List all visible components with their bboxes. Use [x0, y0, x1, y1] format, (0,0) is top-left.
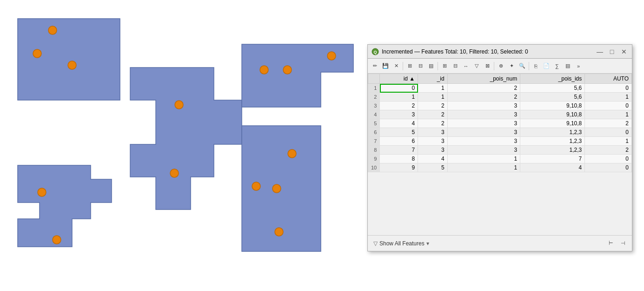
table-row[interactable]: 32239,10,80 [368, 102, 632, 110]
select-all-button[interactable]: ⊞ [439, 61, 450, 71]
cell-pois-num[interactable]: 3 [447, 146, 520, 155]
filter2-button[interactable]: ⊠ [482, 61, 492, 71]
last-page-button[interactable]: ⊣ [618, 238, 628, 249]
cell-id[interactable]: 9 [380, 163, 418, 172]
cell-pois-ids[interactable]: 9,10,8 [520, 110, 585, 119]
table-row[interactable]: 10125,60 [368, 84, 632, 93]
cell-_id[interactable]: 3 [418, 137, 447, 146]
cell-_id[interactable]: 2 [418, 110, 447, 119]
table-row[interactable]: 65331,2,30 [368, 128, 632, 137]
deselect-button[interactable]: ⊟ [450, 61, 460, 71]
organize-button[interactable]: ▤ [426, 61, 436, 71]
cell-id[interactable]: 8 [380, 155, 418, 163]
new-field-button[interactable]: ⊞ [405, 61, 415, 71]
cell-pois-num[interactable]: 1 [447, 163, 520, 172]
col-header-auto[interactable]: AUTO [585, 74, 632, 84]
close-button[interactable]: ✕ [620, 47, 628, 56]
cell-_id[interactable]: 5 [418, 163, 447, 172]
polygon-2[interactable] [130, 68, 242, 210]
cell-_id[interactable]: 3 [418, 128, 447, 137]
cell-pois-num[interactable]: 3 [447, 128, 520, 137]
poi-2b[interactable] [170, 169, 179, 177]
cell-_id[interactable]: 2 [418, 119, 447, 128]
cell-id[interactable]: 7 [380, 146, 418, 155]
save-button[interactable]: 💾 [380, 61, 391, 71]
search-button[interactable]: 🔍 [517, 61, 527, 71]
invert-selection-button[interactable]: ↔ [461, 61, 471, 71]
cell-auto[interactable]: 0 [585, 163, 632, 172]
table-row[interactable]: 54239,10,82 [368, 119, 632, 128]
col-header-pois_ids[interactable]: _pois_ids [520, 74, 585, 84]
cell-id[interactable]: 0 [380, 84, 418, 93]
cell-pois-ids[interactable]: 4 [520, 163, 585, 172]
delete-row-button[interactable]: ✕ [391, 61, 401, 71]
table-row[interactable]: 43239,10,81 [368, 110, 632, 119]
field-calc-button[interactable]: ∑ [552, 61, 562, 71]
cell-_id[interactable]: 1 [418, 84, 447, 93]
cell-auto[interactable]: 0 [585, 102, 632, 110]
filter-select-button[interactable]: ▽ [471, 61, 482, 71]
paste-cell-button[interactable]: 📄 [541, 61, 551, 71]
cell-pois-num[interactable]: 2 [447, 93, 520, 102]
polygon-3[interactable] [18, 165, 112, 247]
zoom-map-button[interactable]: ⊕ [496, 61, 506, 71]
cell-pois-ids[interactable]: 5,6 [520, 93, 585, 102]
cell-pois-num[interactable]: 2 [447, 84, 520, 93]
show-all-features-button[interactable]: ▽ Show All Features ▾ [372, 239, 431, 248]
table-row[interactable]: 76331,2,31 [368, 137, 632, 146]
cell-id[interactable]: 2 [380, 102, 418, 110]
cell-pois-ids[interactable]: 5,6 [520, 84, 585, 93]
table-row[interactable]: 1095140 [368, 163, 632, 172]
cell-pois-ids[interactable]: 9,10,8 [520, 119, 585, 128]
cell-pois-ids[interactable]: 1,2,3 [520, 128, 585, 137]
conditional-format-button[interactable]: ▤ [563, 61, 573, 71]
cell-id[interactable]: 4 [380, 119, 418, 128]
cell-pois-ids[interactable]: 7 [520, 155, 585, 163]
maximize-button[interactable]: □ [608, 47, 616, 56]
poi-1a[interactable] [48, 26, 57, 34]
poi-4c[interactable] [327, 52, 336, 60]
col-header-id[interactable]: id ▲ [380, 74, 418, 84]
poi-3a[interactable] [38, 188, 46, 196]
table-row[interactable]: 984170 [368, 155, 632, 163]
table-row[interactable]: 21125,61 [368, 93, 632, 102]
poi-5b[interactable] [252, 182, 260, 190]
cell-id[interactable]: 3 [380, 110, 418, 119]
edit-button[interactable]: ✏ [370, 61, 380, 71]
poi-5c[interactable] [272, 184, 281, 193]
cell-_id[interactable]: 4 [418, 155, 447, 163]
cell-auto[interactable]: 1 [585, 137, 632, 146]
poi-5a[interactable] [288, 149, 296, 158]
cell-auto[interactable]: 1 [585, 110, 632, 119]
minimize-button[interactable]: — [596, 47, 604, 56]
cell-pois-num[interactable]: 1 [447, 155, 520, 163]
cell-pois-num[interactable]: 3 [447, 119, 520, 128]
copy-cell-button[interactable]: ⎘ [531, 61, 541, 71]
cell-_id[interactable]: 1 [418, 93, 447, 102]
poi-4b[interactable] [283, 66, 292, 74]
flash-button[interactable]: ✦ [506, 61, 517, 71]
cell-pois-num[interactable]: 3 [447, 102, 520, 110]
poi-5d[interactable] [275, 228, 283, 236]
cell-id[interactable]: 1 [380, 93, 418, 102]
poi-2a[interactable] [175, 101, 183, 109]
first-page-button[interactable]: ⊢ [606, 238, 616, 249]
cell-pois-num[interactable]: 3 [447, 110, 520, 119]
cell-pois-ids[interactable]: 1,2,3 [520, 146, 585, 155]
table-row[interactable]: 87331,2,32 [368, 146, 632, 155]
table-container[interactable]: id ▲ _id _pois_num _pois_ids AUTO 10125,… [368, 74, 632, 235]
cell-auto[interactable]: 0 [585, 128, 632, 137]
cell-id[interactable]: 6 [380, 137, 418, 146]
more-button[interactable]: » [573, 61, 584, 71]
cell-auto[interactable]: 0 [585, 155, 632, 163]
poi-1b[interactable] [33, 49, 41, 58]
cell-pois-ids[interactable]: 1,2,3 [520, 137, 585, 146]
cell-auto[interactable]: 0 [585, 84, 632, 93]
cell-pois-num[interactable]: 3 [447, 137, 520, 146]
polygon-4[interactable] [242, 44, 353, 107]
cell-auto[interactable]: 2 [585, 146, 632, 155]
delete-field-button[interactable]: ⊟ [415, 61, 425, 71]
cell-auto[interactable]: 2 [585, 119, 632, 128]
cell-id[interactable]: 5 [380, 128, 418, 137]
poi-4a[interactable] [260, 66, 268, 74]
